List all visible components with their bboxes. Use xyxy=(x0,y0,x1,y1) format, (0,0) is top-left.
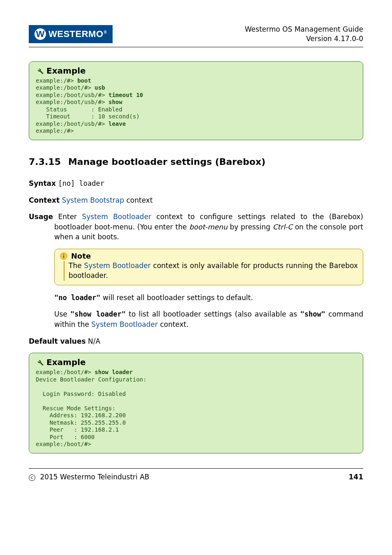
example-title: Example xyxy=(36,66,356,76)
no-loader-after: will reset all bootloader settings to de… xyxy=(103,294,253,302)
ex2-l10: Port : 6000 xyxy=(36,434,95,440)
svg-point-1 xyxy=(63,254,65,255)
usage-em1: boot-menu xyxy=(189,223,228,231)
syntax-block: Syntax [no] loader xyxy=(29,178,363,189)
example-box-1: Example example:/#> boot example:/boot/#… xyxy=(29,61,363,140)
example1-heading: Example xyxy=(46,66,86,76)
ex1-l5: Status : Enabled xyxy=(36,106,122,113)
context-block: Context System Bootstrap context xyxy=(29,195,363,206)
usage-em2: Ctrl-C xyxy=(273,223,293,231)
context-link[interactable]: System Bootstrap xyxy=(62,196,124,204)
no-loader-paragraph: "no loader" will reset all bootloader se… xyxy=(54,293,363,303)
example2-heading: Example xyxy=(46,357,86,367)
show-a: Use xyxy=(54,310,70,318)
page-number: 141 xyxy=(349,473,364,481)
info-icon xyxy=(60,252,68,260)
usage-link[interactable]: System Bootloader xyxy=(82,213,151,221)
context-after: context xyxy=(126,196,152,204)
show-cmd2: "show" xyxy=(300,310,325,318)
ex1-l1-prompt: example:/#> xyxy=(36,77,77,84)
context-label: Context xyxy=(29,196,60,204)
logo-registered-icon: ® xyxy=(104,30,107,35)
note-link[interactable]: System Bootloader xyxy=(84,261,151,270)
logo-text-content: WESTERMO xyxy=(48,29,104,39)
copyright-icon: c xyxy=(29,474,35,481)
section-title: Manage bootloader settings (Barebox) xyxy=(68,157,265,167)
ex2-l9: Peer : 192.168.2.1 xyxy=(36,426,119,433)
usage-t1c: by pressing xyxy=(230,223,272,231)
page-header: W WESTERMO® Westermo OS Management Guide… xyxy=(29,25,363,44)
ex2-l4: Login Password: Disabled xyxy=(36,391,126,397)
ex1-l3-cmd: timeout 10 xyxy=(108,92,143,98)
wrench-icon xyxy=(36,67,44,75)
example1-code: example:/#> boot example:/boot/#> usb ex… xyxy=(36,77,356,135)
show-link[interactable]: System Bootloader xyxy=(91,320,158,328)
note-box: Note The System Bootloader context is on… xyxy=(54,249,363,285)
default-values-block: Default values N/A xyxy=(29,336,363,347)
wrench-icon xyxy=(36,358,44,366)
ex2-l1-cmd: show loader xyxy=(95,369,133,375)
header-divider xyxy=(29,47,363,47)
ex2-l6: Rescue Mode Settings: xyxy=(36,405,115,412)
show-loader-paragraph: Use "show loader" to list all bootloader… xyxy=(54,309,363,329)
page-footer: c 2015 Westermo Teleindustri AB 141 xyxy=(29,473,363,481)
ex1-l8: example:/#> xyxy=(36,127,74,134)
show-d: context. xyxy=(160,320,188,328)
show-cmd1: "show loader" xyxy=(70,310,126,318)
footer-copyright: c 2015 Westermo Teleindustri AB xyxy=(29,473,150,481)
ex2-l1-prompt: example:/boot/#> xyxy=(36,369,95,375)
ex1-l4-prompt: example:/boot/usb/#> xyxy=(36,99,108,105)
doc-version: Version 4.17.0-0 xyxy=(245,34,363,44)
ex2-l7: Address: 192.168.2.200 xyxy=(36,412,126,419)
ex1-l1-cmd: boot xyxy=(77,77,91,84)
ex1-l4-cmd: show xyxy=(108,99,122,105)
footer-divider xyxy=(29,468,363,469)
example2-title: Example xyxy=(36,357,356,367)
syntax-value: [no] loader xyxy=(58,179,104,187)
example2-code: example:/boot/#> show loader Device Boot… xyxy=(36,369,356,448)
ex1-l7-cmd: leave xyxy=(108,120,126,127)
note-body: The System Bootloader context is only av… xyxy=(64,261,358,281)
header-title-block: Westermo OS Management Guide Version 4.1… xyxy=(245,25,363,44)
default-values-value: N/A xyxy=(88,337,100,345)
footer-copyright-text: 2015 Westermo Teleindustri AB xyxy=(40,473,149,481)
ex2-l2: Device Bootloader Configuration: xyxy=(36,376,147,383)
ex2-l8: Netmask: 255.255.255.0 xyxy=(36,419,126,426)
note-title: Note xyxy=(60,252,358,260)
usage-label: Usage xyxy=(29,213,53,221)
ex1-l2-prompt: example:/boot/#> xyxy=(36,84,95,91)
page: W WESTERMO® Westermo OS Management Guide… xyxy=(0,0,392,555)
logo-w-icon: W xyxy=(35,28,46,40)
svg-rect-2 xyxy=(63,255,64,258)
ex1-l7-prompt: example:/boot/usb/#> xyxy=(36,120,108,127)
note-heading: Note xyxy=(71,252,91,260)
example-box-2: Example example:/boot/#> show loader Dev… xyxy=(29,353,363,453)
ex1-l2-cmd: usb xyxy=(95,84,105,91)
syntax-label: Syntax xyxy=(29,179,56,187)
ex1-l6: Timeout : 10 second(s) xyxy=(36,113,140,120)
show-b: to list all bootloader settings (also av… xyxy=(129,310,300,318)
doc-title: Westermo OS Management Guide xyxy=(245,25,363,34)
usage-t1a: Enter xyxy=(58,213,82,221)
westermo-logo: W WESTERMO® xyxy=(29,25,113,43)
logo-brand-text: WESTERMO® xyxy=(48,29,107,39)
ex2-l11: example:/boot/#> xyxy=(36,441,91,447)
default-values-label: Default values xyxy=(29,337,86,345)
note-ta: The xyxy=(69,261,84,270)
section-heading: 7.3.15 Manage bootloader settings (Bareb… xyxy=(29,157,363,167)
usage-block: Usage Enter System Bootloader context to… xyxy=(54,212,363,242)
ex1-l3-prompt: example:/boot/usb/#> xyxy=(36,92,108,98)
section-number: 7.3.15 xyxy=(29,157,61,167)
no-loader-cmd: "no loader" xyxy=(54,294,101,302)
